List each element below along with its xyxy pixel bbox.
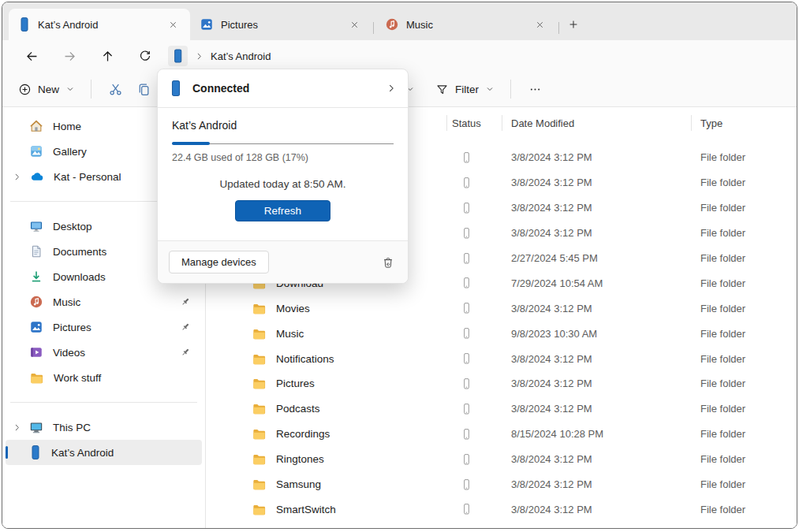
- sidebar-item-videos[interactable]: Videos: [6, 340, 202, 365]
- file-status-cell: [439, 478, 494, 492]
- sidebar-item-work-stuff[interactable]: Work stuff: [6, 365, 202, 390]
- file-date-modified: 3/8/2024 3:12 PM: [502, 303, 691, 314]
- see-more-button[interactable]: [521, 76, 549, 102]
- gallery-icon: [29, 144, 43, 158]
- phone-outline-icon: [461, 251, 472, 266]
- home-icon: [29, 119, 43, 133]
- folder-icon: [252, 426, 267, 441]
- forward-button[interactable]: [56, 44, 83, 68]
- sidebar-divider: [10, 402, 197, 403]
- file-type: File folder: [691, 453, 797, 465]
- toolbar-right-group: Filter: [405, 72, 549, 106]
- manage-devices-button[interactable]: Manage devices: [169, 251, 269, 273]
- file-date-modified: 3/8/2024 3:12 PM: [502, 478, 691, 490]
- up-arrow-icon: [101, 50, 114, 63]
- tab-close-button[interactable]: [530, 15, 549, 34]
- file-row-recordings[interactable]: Recordings8/15/2024 10:28 PMFile folder: [206, 422, 797, 447]
- device-status-header[interactable]: Connected: [158, 69, 408, 108]
- file-row-music[interactable]: Music9/8/2023 10:30 AMFile folder: [206, 321, 797, 346]
- column-header-status[interactable]: Status: [446, 107, 502, 139]
- tab-label: Kat’s Android: [38, 19, 156, 31]
- tab-Music[interactable]: Music: [375, 9, 557, 40]
- file-row-ringtones[interactable]: Ringtones3/8/2024 3:12 PMFile folder: [206, 447, 797, 472]
- sidebar-item-pictures[interactable]: Pictures: [6, 314, 202, 340]
- file-name: Samsung: [276, 478, 321, 490]
- new-plus-circle-icon: [18, 83, 32, 96]
- tab-Kat’s Android[interactable]: Kat’s Android: [9, 9, 190, 40]
- file-type: File folder: [691, 478, 797, 490]
- file-type: File folder: [691, 227, 797, 239]
- back-arrow-icon: [25, 50, 39, 63]
- sidebar-item-kat-s-android[interactable]: Kat’s Android: [6, 440, 202, 465]
- device-name: Kat’s Android: [172, 119, 394, 132]
- column-header-date-modified[interactable]: Date Modified: [502, 107, 691, 139]
- file-name-cell: Music: [206, 326, 446, 341]
- refresh-button[interactable]: [132, 44, 159, 68]
- breadcrumb-device-chip[interactable]: [168, 46, 188, 66]
- file-name: Music: [276, 328, 304, 340]
- file-name-cell: Pictures: [206, 376, 446, 391]
- file-name: Pictures: [276, 378, 315, 389]
- ellipsis-icon: [528, 83, 542, 96]
- file-row-movies[interactable]: Movies3/8/2024 3:12 PMFile folder: [206, 296, 797, 321]
- flyout-footer: Manage devices: [158, 240, 408, 283]
- breadcrumb-path[interactable]: Kat’s Android: [211, 50, 271, 62]
- column-header-type[interactable]: Type: [691, 107, 797, 139]
- expander-chevron[interactable]: [13, 422, 29, 433]
- remove-device-button[interactable]: [379, 254, 397, 271]
- address-bar: Kat’s Android: [2, 40, 797, 72]
- folder-icon: [252, 301, 267, 316]
- file-date-modified: 8/15/2024 10:28 PM: [502, 428, 691, 440]
- file-name-cell: Samsung: [206, 477, 446, 492]
- file-row-samsung[interactable]: Samsung3/8/2024 3:12 PMFile folder: [206, 472, 797, 497]
- tab-label: Pictures: [221, 19, 338, 31]
- plus-icon: [567, 18, 580, 31]
- file-name-cell: Recordings: [206, 426, 446, 441]
- phone-outline-icon: [461, 478, 472, 492]
- file-date-modified: 3/8/2024 3:12 PM: [502, 378, 691, 389]
- file-date-modified: 3/8/2024 3:12 PM: [502, 504, 691, 515]
- chevron-down-icon: [485, 84, 495, 94]
- file-status-cell: [439, 352, 494, 366]
- new-button[interactable]: New: [12, 78, 81, 101]
- phone-outline-icon: [461, 301, 472, 315]
- expander-chevron[interactable]: [13, 172, 29, 182]
- file-date-modified: 9/8/2023 10:30 AM: [502, 328, 691, 340]
- copy-icon: [136, 82, 151, 97]
- tab-Pictures[interactable]: Pictures: [190, 9, 371, 40]
- chevron-right-icon: [12, 422, 22, 433]
- file-status-cell: [439, 301, 494, 315]
- folder-icon: [252, 376, 267, 391]
- up-button[interactable]: [94, 44, 121, 68]
- folder-icon: [252, 352, 267, 366]
- sidebar-item-this-pc[interactable]: This PC: [6, 415, 202, 440]
- new-tab-button[interactable]: [561, 13, 586, 35]
- filter-button[interactable]: Filter: [429, 78, 501, 101]
- file-row-smartswitch[interactable]: SmartSwitch3/8/2024 3:12 PMFile folder: [206, 497, 797, 522]
- tab-close-button[interactable]: [163, 15, 182, 34]
- cut-button[interactable]: [101, 76, 129, 102]
- file-row-podcasts[interactable]: Podcasts3/8/2024 3:12 PMFile folder: [206, 396, 797, 422]
- close-icon: [349, 20, 360, 30]
- sidebar-item-music[interactable]: Music: [6, 289, 202, 314]
- file-date-modified: 3/8/2024 3:12 PM: [502, 202, 691, 214]
- file-type: File folder: [691, 202, 797, 214]
- file-status-cell: [439, 452, 494, 467]
- file-row-notifications[interactable]: Notifications3/8/2024 3:12 PMFile folder: [206, 346, 797, 371]
- tab-close-button[interactable]: [345, 15, 364, 34]
- phone-icon: [18, 17, 31, 32]
- file-name-cell: Podcasts: [206, 401, 446, 416]
- new-button-label: New: [38, 84, 59, 95]
- scissors-icon: [108, 82, 123, 97]
- music-icon: [29, 295, 43, 309]
- copy-button[interactable]: [129, 76, 158, 102]
- file-status-cell: [439, 201, 494, 215]
- refresh-device-button[interactable]: Refresh: [235, 200, 330, 221]
- pin-icon: [180, 322, 191, 333]
- folder-icon: [252, 477, 267, 492]
- last-updated-text: Updated today at 8:50 AM.: [172, 178, 394, 190]
- file-type: File folder: [691, 277, 797, 289]
- back-button[interactable]: [18, 44, 45, 68]
- file-row-pictures[interactable]: Pictures3/8/2024 3:12 PMFile folder: [206, 371, 797, 396]
- pictures-icon: [200, 17, 214, 32]
